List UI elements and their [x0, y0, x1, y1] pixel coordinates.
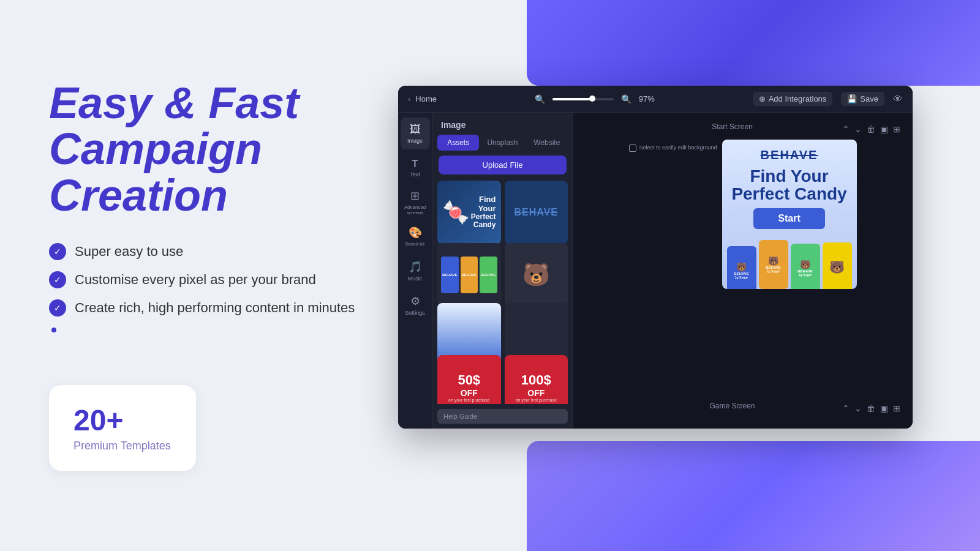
gummy-bear-icon: 🐻	[522, 262, 550, 288]
toolbar: ‹ Home 🔍 🔍 97% ⊕ Add Integrations 💾 Save…	[398, 86, 913, 113]
toolbar-left: ‹ Home	[408, 94, 437, 103]
assets-header: Image	[432, 113, 573, 135]
package-green: BEHAVE	[480, 257, 497, 293]
assets-panel: Image Assets Unsplash Website Upload Fil…	[432, 113, 573, 429]
sidebar-label-brand: Brand kit	[405, 241, 425, 247]
chevron-up-icon[interactable]: ⌃	[842, 124, 850, 134]
sidebar-item-image[interactable]: 🖼 Image	[401, 118, 430, 149]
asset-item-coupon-50[interactable]: 50$ OFF on your first purchase	[437, 355, 501, 404]
coupon-100-sub: on your first purchase	[513, 398, 559, 402]
sidebar: 🖼 Image T Text ⊞ Advanced screens 🎨 Bran…	[398, 113, 432, 429]
check-icon-2: ✓	[49, 271, 66, 288]
product-orange: 🐻 BEHAVE 1g Sugar	[759, 240, 788, 289]
duplicate-screen-icon[interactable]: ▣	[880, 124, 888, 134]
asset-item-candy-text[interactable]: 🍬 Find Your Perfect Candy	[437, 181, 501, 244]
feature-item-3: ✓ Create rich, high performing content i…	[49, 299, 429, 317]
sidebar-label-text: Text	[410, 171, 420, 178]
game-duplicate-icon[interactable]: ▣	[880, 403, 888, 413]
game-delete-icon[interactable]: 🗑	[867, 403, 875, 413]
coupon-50-amount: 50$	[458, 372, 480, 388]
toolbar-center: 🔍 🔍 97%	[437, 94, 753, 104]
game-screen-label: Game Screen	[709, 402, 755, 410]
preview-area: Start Screen ⌃ ⌄ 🗑 ▣ ⊞ Select to easily …	[573, 113, 913, 429]
package-blue: BEHAVE	[441, 257, 459, 293]
select-bg-text: Select to easily edit background	[639, 144, 717, 151]
integrations-icon: ⊕	[759, 94, 766, 103]
add-integrations-button[interactable]: ⊕ Add Integrations	[753, 92, 833, 106]
asset-item-packages[interactable]: BEHAVE BEHAVE BEHAVE	[437, 243, 501, 307]
preview-eye-icon[interactable]: 👁	[893, 94, 903, 105]
save-button[interactable]: 💾 Save	[841, 92, 884, 106]
product-yellow-gummy: 🐻	[823, 242, 852, 289]
coupon-50-off: OFF	[461, 388, 478, 398]
game-add-icon[interactable]: ⊞	[893, 403, 900, 413]
upload-file-button[interactable]: Upload File	[439, 156, 567, 174]
product-green: 🐻 BEHAVE 1g Sugar	[791, 244, 820, 289]
music-icon: 🎵	[409, 260, 422, 274]
zoom-percent: 97%	[639, 94, 655, 103]
sidebar-item-text[interactable]: T Text	[401, 152, 430, 184]
add-screen-icon[interactable]: ⊞	[893, 124, 900, 134]
stats-number: 20+	[74, 403, 172, 437]
start-screen-row: Start Screen ⌃ ⌄ 🗑 ▣ ⊞	[586, 122, 900, 136]
feature-item-2: ✓ Customise every pixel as per your bran…	[49, 271, 429, 288]
app-window: ‹ Home 🔍 🔍 97% ⊕ Add Integrations 💾 Save…	[398, 86, 913, 429]
sidebar-item-brand[interactable]: 🎨 Brand kit	[401, 220, 430, 252]
ad-preview-card[interactable]: BEHAVE Find Your Perfect Candy Start 🐻 B…	[722, 140, 857, 289]
tab-assets[interactable]: Assets	[437, 135, 479, 151]
assets-tabs: Assets Unsplash Website	[432, 135, 573, 151]
gummy-candy-icon: 🍬	[442, 200, 470, 225]
asset-item-gummy-yellow[interactable]: 🐻	[505, 243, 568, 307]
game-chevron-up-icon[interactable]: ⌃	[842, 403, 850, 413]
sidebar-item-music[interactable]: 🎵 Music	[401, 255, 430, 287]
select-bg-label[interactable]: Select to easily edit background	[629, 144, 717, 152]
start-screen-label: Start Screen	[712, 122, 753, 131]
delete-screen-icon[interactable]: 🗑	[867, 124, 875, 134]
start-screen-controls: ⌃ ⌄ 🗑 ▣ ⊞	[842, 124, 900, 134]
preview-with-checkbox: Select to easily edit background BEHAVE …	[629, 140, 856, 289]
features-list: ✓ Super easy to use ✓ Customise every pi…	[49, 243, 429, 348]
home-link[interactable]: Home	[415, 94, 437, 103]
bullet-dot	[51, 328, 56, 332]
select-bg-checkbox[interactable]	[629, 144, 636, 152]
zoom-slider[interactable]	[552, 98, 614, 100]
sidebar-item-settings[interactable]: ⚙ Settings	[401, 289, 430, 321]
sidebar-item-advanced[interactable]: ⊞ Advanced screens	[401, 186, 430, 218]
product-pink: 🐻 BEHAVE 1g Sugar	[727, 246, 756, 289]
game-screen-row: Game Screen ⌃ ⌄ 🗑 ▣ ⊞	[586, 397, 900, 415]
ad-logo: BEHAVE	[731, 148, 848, 162]
tab-unsplash[interactable]: Unsplash	[481, 135, 523, 151]
ad-title: Find Your Perfect Candy	[731, 167, 848, 203]
game-screen-controls: ⌃ ⌄ 🗑 ▣ ⊞	[842, 403, 900, 413]
zoom-out-icon[interactable]: 🔍	[535, 94, 545, 104]
bg-decoration-bottom	[527, 441, 980, 551]
game-chevron-down-icon[interactable]: ⌄	[854, 403, 862, 413]
coupon-100-amount: 100$	[521, 372, 551, 388]
tab-website[interactable]: Website	[526, 135, 568, 151]
chevron-down-icon[interactable]: ⌄	[854, 124, 862, 134]
ad-start-button[interactable]: Start	[753, 208, 824, 229]
checkbox-area: Select to easily edit background	[629, 140, 717, 152]
bg-decoration-top	[527, 0, 980, 86]
preview-wrapper: Select to easily edit background BEHAVE …	[629, 140, 856, 289]
main-title: Easy & Fast Campaign Creation	[49, 80, 429, 219]
asset-item-coupon-100[interactable]: 100$ OFF on your first purchase	[505, 355, 568, 404]
zoom-in-icon[interactable]: 🔍	[621, 94, 631, 104]
coupon-100-off: OFF	[527, 388, 545, 398]
sidebar-label-settings: Settings	[405, 310, 425, 316]
save-icon: 💾	[847, 94, 857, 103]
asset-perfect-text: Perfect Candy	[470, 213, 496, 229]
back-arrow-icon[interactable]: ‹	[408, 94, 410, 103]
sidebar-label-music: Music	[408, 276, 423, 282]
zoom-slider-thumb	[589, 96, 595, 102]
sidebar-label-advanced: Advanced screens	[402, 204, 429, 216]
feature-item-1: ✓ Super easy to use	[49, 243, 429, 260]
behave-logo-dark: BEHAVE	[514, 207, 559, 218]
text-icon: T	[412, 159, 418, 170]
main-content: 🖼 Image T Text ⊞ Advanced screens 🎨 Bran…	[398, 113, 913, 429]
asset-find-text: Find Your	[470, 195, 496, 213]
toolbar-right: ⊕ Add Integrations 💾 Save 👁	[753, 92, 903, 106]
asset-item-behave-dark[interactable]: BEHAVE	[505, 181, 568, 244]
brand-icon: 🎨	[409, 226, 422, 239]
help-guide-button[interactable]: Help Guide	[437, 409, 568, 424]
